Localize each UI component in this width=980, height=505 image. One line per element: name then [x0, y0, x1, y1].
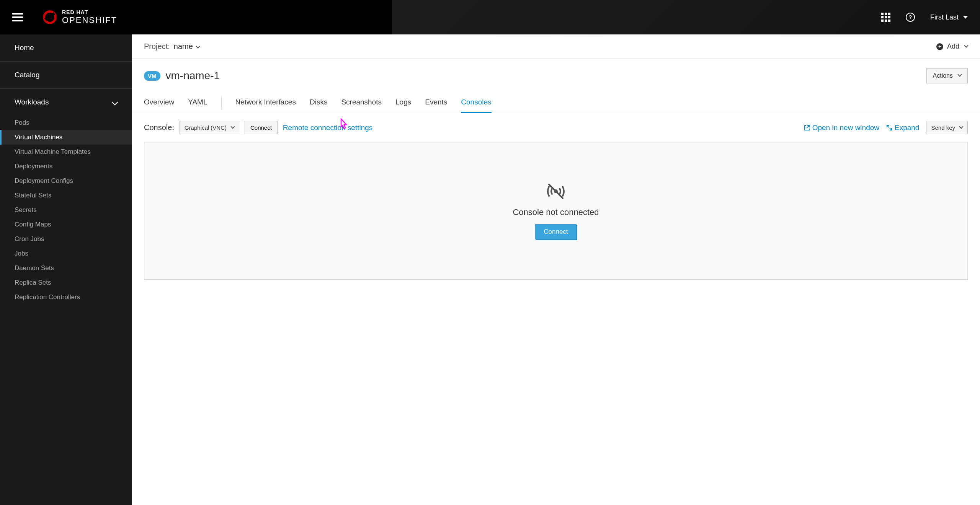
- expand-link[interactable]: Expand: [886, 124, 919, 132]
- connect-button[interactable]: Connect: [245, 121, 278, 134]
- tab-screanshots[interactable]: Screanshots: [341, 93, 382, 113]
- sidebar-item-deployments[interactable]: Deployments: [0, 159, 132, 174]
- chevron-down-icon: [964, 43, 968, 47]
- add-label: Add: [947, 42, 959, 50]
- sidebar-workloads-label: Workloads: [15, 98, 49, 106]
- add-button[interactable]: + Add: [936, 42, 968, 50]
- brand-name: RED HAT: [62, 10, 117, 15]
- open-new-window-link[interactable]: Open in new window: [804, 124, 879, 132]
- console-type-dropdown[interactable]: Graphical (VNC): [180, 121, 239, 134]
- console-empty-message: Console not connected: [513, 207, 599, 217]
- user-name: First Last: [930, 13, 959, 21]
- vm-badge: VM: [144, 71, 160, 81]
- tabs: OverviewYAMLNetwork InterfacesDisksScrea…: [132, 93, 980, 113]
- page-header: VM vm-name-1 Actions: [132, 59, 980, 93]
- tab-consoles[interactable]: Consoles: [461, 93, 491, 113]
- no-signal-icon: [545, 182, 567, 200]
- console-label: Console:: [144, 123, 174, 132]
- project-label: Project:: [144, 42, 170, 51]
- sidebar-item-cron-jobs[interactable]: Cron Jobs: [0, 232, 132, 246]
- sidebar-item-deployment-configs[interactable]: Deployment Configs: [0, 174, 132, 188]
- chevron-down-icon: [957, 72, 962, 77]
- sidebar-item-stateful-sets[interactable]: Stateful Sets: [0, 188, 132, 203]
- remote-settings-link[interactable]: Remote connection settings: [283, 124, 372, 132]
- external-link-icon: [804, 125, 810, 131]
- sidebar-item-catalog[interactable]: Catalog: [0, 62, 132, 88]
- tab-disks[interactable]: Disks: [310, 93, 327, 113]
- logo-text: RED HAT OPENSHIFT: [62, 10, 117, 25]
- connect-primary-button[interactable]: Connect: [535, 224, 576, 239]
- apps-grid-icon[interactable]: [881, 13, 890, 22]
- console-panel: Console not connected Connect: [144, 142, 968, 280]
- tab-logs[interactable]: Logs: [395, 93, 411, 113]
- main-content: Project: name + Add VM vm-name-1 Actions…: [132, 34, 980, 505]
- actions-dropdown[interactable]: Actions: [926, 68, 968, 83]
- sidebar-item-secrets[interactable]: Secrets: [0, 203, 132, 217]
- chevron-down-icon: [230, 124, 235, 129]
- chevron-down-icon: [112, 99, 118, 106]
- product-name: OPENSHIFT: [62, 16, 117, 25]
- tab-yaml[interactable]: YAML: [188, 93, 207, 113]
- tab-overview[interactable]: Overview: [144, 93, 174, 113]
- tab-divider: [221, 96, 222, 110]
- expand-icon: [886, 125, 892, 131]
- sidebar-item-replica-sets[interactable]: Replica Sets: [0, 275, 132, 290]
- page-title: vm-name-1: [166, 70, 220, 82]
- help-icon[interactable]: ?: [906, 13, 915, 22]
- header-right: ? First Last: [881, 13, 968, 22]
- sidebar-item-jobs[interactable]: Jobs: [0, 246, 132, 261]
- sidebar-item-daemon-sets[interactable]: Daemon Sets: [0, 261, 132, 275]
- project-bar: Project: name + Add: [132, 34, 980, 59]
- sidebar-item-pods[interactable]: Pods: [0, 116, 132, 130]
- plus-circle-icon: +: [936, 43, 943, 50]
- sidebar-item-virtual-machine-templates[interactable]: Virtual Machine Templates: [0, 145, 132, 159]
- sidebar-item-config-maps[interactable]: Config Maps: [0, 217, 132, 232]
- caret-down-icon: [963, 16, 968, 19]
- hamburger-menu-icon[interactable]: [12, 13, 23, 21]
- sidebar-item-replication-controllers[interactable]: Replication Controllers: [0, 290, 132, 305]
- logo[interactable]: RED HAT OPENSHIFT: [42, 10, 117, 25]
- sidebar-item-home[interactable]: Home: [0, 34, 132, 61]
- sidebar: Home Catalog Workloads PodsVirtual Machi…: [0, 34, 132, 505]
- app-header: RED HAT OPENSHIFT ? First Last: [0, 0, 980, 34]
- user-menu[interactable]: First Last: [930, 13, 968, 21]
- chevron-down-icon: [196, 44, 200, 48]
- project-selector[interactable]: name: [174, 42, 200, 51]
- sidebar-item-virtual-machines[interactable]: Virtual Machines: [0, 130, 132, 145]
- send-key-dropdown[interactable]: Send key: [926, 121, 968, 134]
- console-toolbar: Console: Graphical (VNC) Connect Remote …: [132, 113, 980, 142]
- openshift-logo-icon: [42, 10, 57, 25]
- sidebar-item-workloads[interactable]: Workloads: [0, 89, 132, 116]
- tab-events[interactable]: Events: [425, 93, 447, 113]
- tab-network-interfaces[interactable]: Network Interfaces: [235, 93, 296, 113]
- chevron-down-icon: [959, 124, 963, 129]
